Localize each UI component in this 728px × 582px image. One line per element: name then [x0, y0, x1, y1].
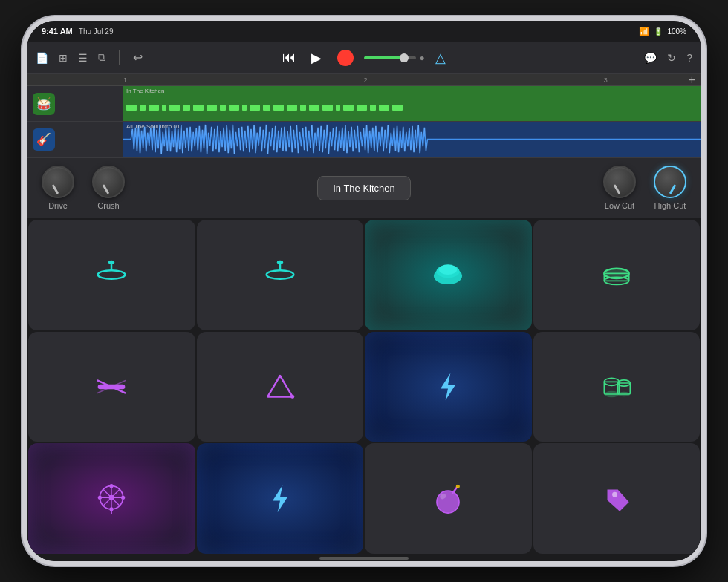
- guitar-icon: 🎸: [33, 128, 55, 151]
- volume-slider[interactable]: [364, 56, 416, 59]
- cymbal-icon-1: [93, 256, 130, 293]
- tracks-icon[interactable]: ⊞: [59, 52, 68, 64]
- svg-point-43: [612, 491, 617, 497]
- lowcut-knob[interactable]: [603, 166, 636, 198]
- pad-grid: [27, 218, 701, 555]
- highcut-label: High Cut: [654, 201, 686, 210]
- pad-10[interactable]: [197, 443, 364, 554]
- green-track-pattern: [123, 86, 701, 121]
- volume-icon: ●: [419, 53, 424, 63]
- play-button[interactable]: ▶: [306, 48, 327, 68]
- lowcut-knob-group: Low Cut: [603, 166, 636, 210]
- svg-point-34: [98, 495, 102, 499]
- svg-point-35: [121, 495, 125, 499]
- skip-back-icon[interactable]: ⏮: [282, 50, 296, 65]
- status-time: 9:41 AM: [42, 27, 73, 36]
- drum-machine-icon: 🥁: [33, 93, 55, 115]
- undo-icon[interactable]: ↩: [133, 50, 143, 65]
- triangle-icon: [261, 368, 299, 405]
- loop-icon[interactable]: ↻: [667, 52, 676, 64]
- track-header-1: 🥁: [27, 86, 123, 121]
- battery-percent: 100%: [667, 27, 686, 36]
- crush-knob-indicator: [103, 184, 110, 194]
- pad-9[interactable]: [28, 443, 195, 554]
- toolbar: 📄 ⊞ ☰ ⧉ ↩ ⏮ ▶ ● △ 💬: [27, 42, 701, 74]
- toolbar-right: 💬 ↻ ?: [473, 52, 692, 64]
- ruler-mark-1: 1: [123, 76, 127, 84]
- ruler: 1 2 3 +: [27, 74, 701, 86]
- help-icon[interactable]: ?: [686, 52, 692, 64]
- conga-icon: [598, 368, 635, 405]
- pad-4[interactable]: [533, 220, 701, 330]
- svg-point-32: [110, 484, 114, 488]
- cymbal-icon-2: [261, 256, 299, 293]
- crush-label: Crush: [97, 201, 119, 210]
- toolbar-divider: [119, 50, 120, 65]
- record-button[interactable]: [337, 50, 354, 66]
- drive-knob[interactable]: [42, 166, 74, 198]
- svg-marker-19: [441, 373, 455, 401]
- loaf-icon: [429, 255, 467, 294]
- pad-12[interactable]: [533, 443, 701, 554]
- scratch-icon: [93, 368, 130, 405]
- battery-icon: 🔋: [654, 27, 663, 36]
- library-icon[interactable]: 📄: [36, 52, 48, 64]
- controls-area: Drive Crush In The Kitchen Low Cut: [27, 157, 701, 218]
- svg-marker-37: [273, 485, 287, 512]
- svg-line-40: [453, 488, 457, 493]
- pad-8[interactable]: [533, 332, 701, 442]
- spinwheel-icon: [92, 480, 131, 518]
- controls-right: Low Cut High Cut: [603, 166, 686, 210]
- lowcut-label: Low Cut: [605, 201, 634, 210]
- highcut-knob-group: High Cut: [654, 166, 686, 210]
- track-header-2: 🎸: [27, 122, 123, 157]
- svg-point-22: [604, 391, 619, 397]
- toolbar-center: ⏮ ▶ ● △: [255, 48, 474, 68]
- mixer-icon[interactable]: ☰: [78, 52, 88, 64]
- drive-knob-indicator: [52, 184, 59, 194]
- device-screen: 9:41 AM Thu Jul 29 📶 🔋 100% 📄 ⊞ ☰ ⧉ ↩ ⏮ …: [27, 21, 701, 561]
- home-indicator[interactable]: [319, 557, 409, 560]
- track-area: 1 2 3 + 🥁 In The Kitchen: [27, 74, 701, 157]
- controls-icon[interactable]: ⧉: [98, 51, 105, 64]
- status-bar: 9:41 AM Thu Jul 29 📶 🔋 100%: [27, 21, 701, 42]
- track-content-2[interactable]: All The Soul Intro 01: [123, 122, 701, 157]
- track-row-1: 🥁 In The Kitchen: [27, 86, 701, 122]
- add-track-button[interactable]: +: [689, 73, 695, 87]
- highcut-knob[interactable]: [654, 166, 686, 198]
- svg-point-25: [617, 392, 630, 397]
- track-name-1: In The Kitchen: [126, 88, 164, 94]
- ruler-mark-2: 2: [363, 76, 367, 84]
- pad-5[interactable]: [28, 332, 195, 442]
- status-date: Thu Jul 29: [79, 27, 114, 36]
- svg-point-2: [108, 261, 114, 264]
- pad-2[interactable]: [197, 220, 364, 330]
- device-frame: 9:41 AM Thu Jul 29 📶 🔋 100% 📄 ⊞ ☰ ⧉ ↩ ⏮ …: [22, 16, 706, 566]
- lowcut-knob-indicator: [614, 184, 621, 194]
- pad-1[interactable]: [28, 220, 195, 330]
- tag-icon: [598, 480, 635, 517]
- wifi-icon: 📶: [639, 27, 649, 36]
- pad-7[interactable]: [365, 332, 532, 442]
- blue-track: All The Soul Intro 01: [123, 122, 701, 157]
- crush-knob[interactable]: [92, 166, 125, 198]
- pad-6[interactable]: [197, 332, 364, 442]
- track-row-2: 🎸 All The Soul Intro 01: [27, 122, 701, 157]
- volume-control: ●: [364, 53, 424, 63]
- drive-knob-group: Drive: [42, 166, 74, 210]
- svg-point-41: [456, 484, 460, 488]
- pad-11[interactable]: [365, 443, 532, 554]
- drum-icon: [598, 256, 635, 293]
- waveform-svg: [123, 122, 701, 157]
- track-content-1[interactable]: In The Kitchen: [123, 86, 701, 121]
- share-icon[interactable]: 💬: [644, 52, 657, 64]
- bottom-bar: [27, 555, 701, 561]
- svg-marker-16: [267, 376, 292, 396]
- drive-label: Drive: [48, 201, 68, 210]
- svg-point-3: [266, 270, 293, 279]
- crush-knob-group: Crush: [92, 166, 125, 210]
- pad-3[interactable]: [365, 220, 532, 330]
- preset-name-button[interactable]: In The Kitchen: [317, 176, 411, 200]
- metronome-icon[interactable]: △: [435, 50, 446, 66]
- lightning-icon-2: [261, 480, 299, 517]
